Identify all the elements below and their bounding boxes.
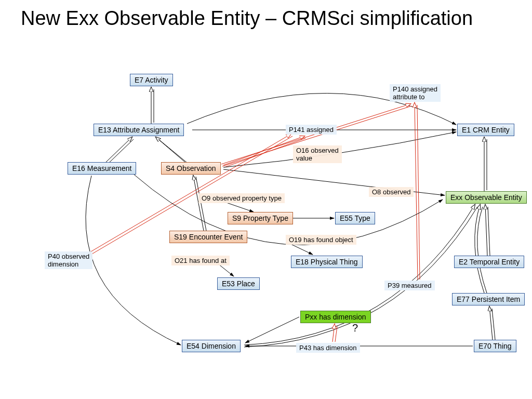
svg-line-5 <box>158 139 188 163</box>
svg-line-22 <box>218 264 234 276</box>
node-e55: E55 Type <box>335 212 375 224</box>
node-e16: E16 Measurement <box>68 162 136 175</box>
node-e2: E2 Temporal Entity <box>454 256 524 268</box>
node-e7: E7 Activity <box>130 74 173 86</box>
page-title: New Exx Observable Entity – CRMSci simpl… <box>21 7 473 30</box>
label-o16: O16 observed value <box>293 145 342 163</box>
svg-line-2 <box>106 137 132 162</box>
svg-line-30 <box>335 326 337 342</box>
svg-line-15 <box>223 136 304 165</box>
node-s9: S9 Property Type <box>228 212 293 224</box>
svg-line-13 <box>492 309 495 340</box>
label-o21: O21 has found at <box>171 256 230 265</box>
node-e77: E77 Persistent Item <box>452 293 525 305</box>
label-o19: O19 has found object <box>286 235 356 245</box>
node-s4: S4 Observation <box>161 162 221 175</box>
svg-line-26 <box>415 103 418 280</box>
node-pxx: Pxx has dimension <box>300 311 371 323</box>
label-o8: O8 observed <box>369 187 414 197</box>
svg-line-28 <box>245 317 299 343</box>
label-p140: P140 assigned attribute to <box>390 84 441 102</box>
label-p141: P141 assigned <box>286 125 337 135</box>
svg-line-10 <box>485 205 487 256</box>
node-e1: E1 CRM Entity <box>457 124 514 136</box>
label-p40: P40 observed dimension <box>45 251 92 269</box>
svg-line-7 <box>196 177 206 231</box>
question-mark: ? <box>352 322 358 334</box>
node-e70: E70 Thing <box>474 340 516 352</box>
svg-line-23 <box>291 244 313 255</box>
label-p39: P39 measured <box>384 281 435 290</box>
node-e53: E53 Place <box>217 277 260 290</box>
svg-line-6 <box>193 176 204 231</box>
node-e54: E54 Dimension <box>182 340 241 352</box>
svg-line-29 <box>332 324 335 342</box>
node-exx: Exx Observable Entity <box>446 191 527 204</box>
node-e18: E18 Physical Thing <box>291 256 363 268</box>
label-o9: O9 observed property type <box>198 193 285 203</box>
svg-line-4 <box>156 137 185 162</box>
node-e13: E13 Attribute Assignment <box>94 124 184 136</box>
svg-line-20 <box>223 202 254 212</box>
node-s19: S19 Encounter Event <box>169 231 247 243</box>
svg-line-27 <box>417 105 420 280</box>
svg-line-3 <box>109 139 134 163</box>
svg-line-12 <box>489 307 493 340</box>
svg-line-11 <box>488 207 490 256</box>
label-p43: P43 has dimension <box>296 343 360 353</box>
